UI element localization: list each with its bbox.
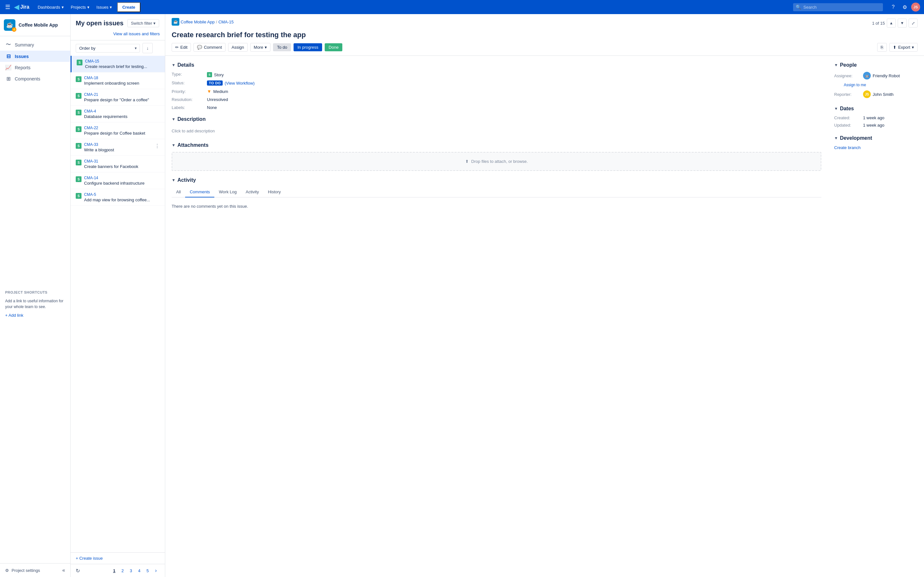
- sidebar-collapse-button[interactable]: «: [62, 567, 65, 573]
- comment-button[interactable]: 💬 Comment: [194, 43, 225, 52]
- sidebar-label-summary: Summary: [15, 42, 34, 47]
- assign-button[interactable]: Assign: [228, 43, 248, 52]
- add-link-button[interactable]: + Add link: [0, 311, 70, 319]
- nav-issues[interactable]: Issues ▾: [94, 3, 115, 11]
- people-section: ▼ People Assignee: 🤖 Friendly Robot: [834, 62, 918, 98]
- description-section: ▼ Description Click to add description: [172, 116, 821, 136]
- shortcuts-text: Add a link to useful information for you…: [0, 297, 70, 311]
- sidebar-item-components[interactable]: ⊞ Components: [0, 73, 70, 84]
- table-row[interactable]: S CMA-4 Database requirements: [71, 106, 165, 122]
- jira-logo[interactable]: ◀ Jira: [14, 3, 29, 11]
- page-3[interactable]: 3: [127, 567, 135, 574]
- details-section-header[interactable]: ▼ Details: [172, 62, 821, 68]
- share-button[interactable]: ⎘: [877, 43, 887, 52]
- dates-section-header[interactable]: ▼ Dates: [834, 106, 918, 111]
- sort-button[interactable]: ↓: [142, 43, 153, 53]
- tab-activity[interactable]: Activity: [241, 187, 263, 197]
- reporter-name: John Smith: [873, 92, 893, 97]
- attachments-section: ▼ Attachments ⬆ Drop files to attach, or…: [172, 142, 821, 171]
- issue-summary: Implement onboarding screen: [84, 81, 160, 85]
- switch-filter-button[interactable]: Switch filter ▾: [128, 19, 159, 27]
- issues-header: My open issues Switch filter ▾ View all …: [71, 14, 165, 40]
- view-workflow-link[interactable]: (View Workflow): [225, 81, 254, 85]
- create-button[interactable]: Create: [117, 2, 140, 12]
- issue-key: CMA-18: [84, 76, 160, 80]
- field-resolution: Resolution: Unresolved: [172, 97, 821, 102]
- description-input[interactable]: Click to add description: [172, 126, 821, 136]
- people-section-header[interactable]: ▼ People: [834, 62, 918, 68]
- tab-all[interactable]: All: [172, 187, 185, 197]
- page-5[interactable]: 5: [144, 567, 152, 574]
- status-value: TO DO (View Workflow): [207, 81, 255, 85]
- next-issue-button[interactable]: ▼: [898, 19, 907, 27]
- reports-icon: 📈: [5, 64, 11, 71]
- order-by-select[interactable]: Order by: [76, 44, 140, 53]
- breadcrumb: ☕ Coffee Mobile App / CMA-15: [172, 18, 234, 26]
- search-icon: 🔍: [796, 5, 801, 10]
- description-section-header[interactable]: ▼ Description: [172, 116, 821, 122]
- tab-history[interactable]: History: [263, 187, 285, 197]
- sidebar-item-reports[interactable]: 📈 Reports: [0, 62, 70, 73]
- sidebar-item-issues[interactable]: ⊟ Issues: [0, 51, 70, 62]
- prev-issue-button[interactable]: ▲: [887, 19, 896, 27]
- table-row[interactable]: S CMA-15 Create research brief for testi…: [71, 56, 165, 73]
- breadcrumb-issue-link[interactable]: CMA-15: [218, 19, 234, 24]
- tab-comments[interactable]: Comments: [185, 187, 214, 197]
- issue-type-icon: S: [76, 110, 81, 115]
- issue-type-icon: S: [76, 93, 81, 99]
- issues-title-row: My open issues Switch filter ▾: [76, 19, 160, 27]
- dates-chevron-icon: ▼: [834, 106, 838, 111]
- drop-zone[interactable]: ⬆ Drop files to attach, or browse.: [172, 152, 821, 171]
- table-row[interactable]: S CMA-21 Prepare design for "Order a cof…: [71, 89, 165, 106]
- page-2[interactable]: 2: [119, 567, 126, 574]
- settings-icon[interactable]: ⚙: [900, 2, 910, 12]
- assign-to-me-link[interactable]: Assign to me: [844, 83, 918, 87]
- search-input[interactable]: [793, 3, 883, 11]
- table-row[interactable]: S CMA-31 Create banners for Facebook: [71, 156, 165, 172]
- refresh-button[interactable]: ↻: [76, 568, 80, 574]
- jira-logo-icon: ◀: [14, 3, 19, 11]
- components-icon: ⊞: [5, 76, 11, 82]
- expand-button[interactable]: ⤢: [909, 19, 918, 27]
- table-row[interactable]: S CMA-33 Write a blogpost ⋮: [71, 139, 165, 156]
- project-icon: ☕ ⭐: [4, 19, 15, 31]
- detail-sidebar: ▼ People Assignee: 🤖 Friendly Robot: [834, 62, 918, 571]
- project-settings-button[interactable]: ⚙ Project settings: [5, 568, 40, 573]
- hamburger-menu[interactable]: ☰: [4, 2, 11, 12]
- user-avatar[interactable]: JS: [911, 3, 920, 11]
- table-row[interactable]: S CMA-18 Implement onboarding screen: [71, 73, 165, 89]
- development-section-header[interactable]: ▼ Development: [834, 135, 918, 141]
- help-icon[interactable]: ?: [888, 2, 898, 12]
- view-all-link[interactable]: View all issues and filters: [113, 31, 160, 36]
- shortcuts-title: PROJECT SHORTCUTS: [5, 290, 65, 294]
- tab-worklog[interactable]: Work Log: [214, 187, 241, 197]
- nav-projects[interactable]: Projects ▾: [68, 3, 93, 11]
- table-row[interactable]: S CMA-22 Prepare design for Coffee baske…: [71, 122, 165, 139]
- breadcrumb-project-link[interactable]: Coffee Mobile App: [181, 19, 215, 24]
- issue-key: CMA-4: [84, 109, 160, 113]
- issue-more-icon[interactable]: ⋮: [155, 142, 160, 152]
- status-done-button[interactable]: Done: [325, 43, 342, 51]
- people-chevron-icon: ▼: [834, 63, 838, 67]
- created-row: Created: 1 week ago: [834, 115, 918, 120]
- reporter-row: Reporter: JS John Smith: [834, 90, 918, 98]
- sidebar-item-summary[interactable]: 〜 Summary: [0, 39, 70, 51]
- resolution-value: Unresolved: [207, 97, 228, 102]
- more-button[interactable]: More ▾: [250, 43, 271, 52]
- page-1[interactable]: 1: [110, 567, 118, 574]
- nav-dashboards[interactable]: Dashboards ▾: [34, 3, 67, 11]
- activity-section-header[interactable]: ▼ Activity: [172, 177, 821, 183]
- status-inprogress-button[interactable]: In progress: [294, 43, 322, 51]
- page-4[interactable]: 4: [136, 567, 143, 574]
- sidebar-footer: ⚙ Project settings «: [0, 563, 70, 577]
- table-row[interactable]: S CMA-14 Configure backend infrastructur…: [71, 172, 165, 189]
- table-row[interactable]: S CMA-5 Add map view for browsing coffee…: [71, 189, 165, 206]
- pagination: 1 2 3 4 5 ›: [110, 567, 160, 574]
- status-todo-button[interactable]: To do: [273, 43, 291, 51]
- attachments-section-header[interactable]: ▼ Attachments: [172, 142, 821, 148]
- next-page-button[interactable]: ›: [152, 567, 160, 574]
- create-issue-button[interactable]: + Create issue: [71, 552, 165, 564]
- create-branch-link[interactable]: Create branch: [834, 145, 861, 150]
- edit-button[interactable]: ✏ Edit: [172, 43, 191, 52]
- export-button[interactable]: ⬆ Export ▾: [889, 43, 918, 52]
